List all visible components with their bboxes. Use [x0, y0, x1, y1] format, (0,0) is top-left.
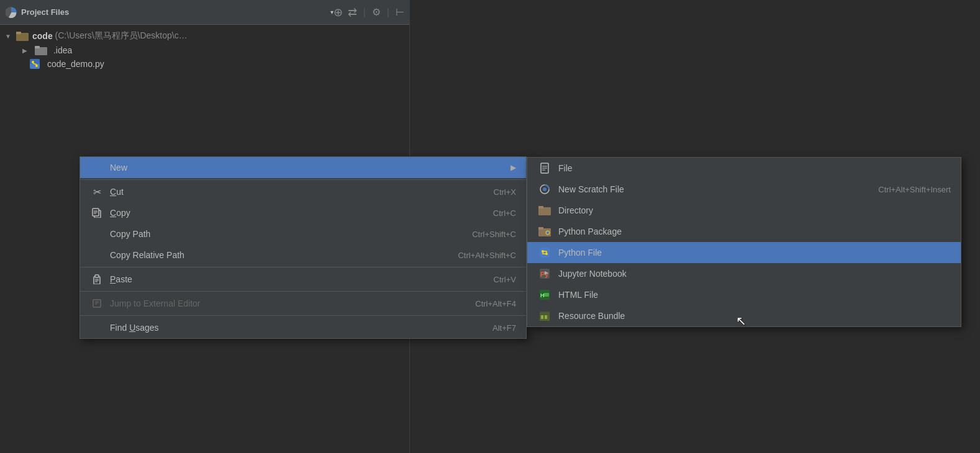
- jupyter-icon: Py ▸: [537, 268, 552, 279]
- jupyter-label: Jupyter Notebook: [558, 269, 951, 279]
- resource-bundle-icon: [537, 310, 552, 321]
- directory-icon: [537, 205, 552, 215]
- svg-point-7: [32, 61, 34, 63]
- settings-icon[interactable]: ⚙: [372, 6, 381, 18]
- tree-item-code-demo[interactable]: code_demo.py: [0, 57, 409, 71]
- svg-point-33: [546, 231, 550, 235]
- separator-3: [80, 291, 526, 292]
- project-icon: [5, 6, 17, 19]
- file-label: File: [558, 163, 951, 173]
- svg-point-35: [542, 250, 544, 253]
- tree-root-item[interactable]: ▼ code (C:\Users\黑马程序员\Desktop\c…: [0, 29, 409, 43]
- resource-bundle-label: Resource Bundle: [558, 311, 951, 321]
- new-scratch-file-label: New Scratch File: [558, 184, 878, 194]
- svg-text:H: H: [540, 292, 545, 298]
- python-file-submenu-icon: [537, 247, 552, 258]
- separator-2: [80, 267, 526, 267]
- svg-point-36: [545, 253, 548, 255]
- jump-external-shortcut: Ctrl+Alt+F4: [475, 299, 516, 308]
- root-folder-label: code: [32, 31, 53, 41]
- submenu: File New Scratch File Ctrl+Alt+Shift+Ins…: [527, 157, 961, 327]
- menu-item-find-usages[interactable]: Find Usages Alt+F7: [80, 317, 526, 338]
- menu-item-cut[interactable]: ✂ Cut Ctrl+X: [80, 181, 526, 202]
- tree-arrow-down: ▼: [5, 33, 15, 40]
- copy-shortcut: Ctrl+C: [493, 209, 516, 218]
- submenu-item-directory[interactable]: Directory: [527, 200, 961, 221]
- menu-item-new[interactable]: New ▶: [80, 157, 526, 178]
- jump-external-label: Jump to External Editor: [110, 298, 450, 308]
- project-title: Project Files: [21, 7, 328, 17]
- svg-text:▸: ▸: [545, 269, 549, 276]
- separator-line: |: [363, 7, 366, 18]
- header-actions: ⊕ ⇄ | ⚙ | ⊢: [333, 6, 404, 19]
- submenu-item-new-scratch-file[interactable]: New Scratch File Ctrl+Alt+Shift+Insert: [527, 179, 961, 200]
- copy-relative-path-label: Copy Relative Path: [110, 250, 433, 260]
- menu-item-copy-path[interactable]: Copy Path Ctrl+Shift+C: [80, 223, 526, 244]
- svg-rect-30: [538, 206, 543, 209]
- html-file-label: HTML File: [558, 290, 951, 300]
- svg-rect-4: [35, 46, 40, 48]
- html-file-icon: H: [537, 289, 552, 300]
- submenu-arrow: ▶: [510, 163, 516, 172]
- svg-rect-2: [16, 32, 21, 34]
- python-package-icon: [537, 226, 552, 236]
- find-usages-label: Find Usages: [110, 323, 468, 333]
- svg-rect-32: [538, 227, 543, 230]
- python-package-label: Python Package: [558, 226, 951, 236]
- paste-shortcut: Ctrl+V: [494, 275, 516, 284]
- python-file-label: Python File: [558, 248, 951, 258]
- cut-shortcut: Ctrl+X: [494, 187, 516, 197]
- context-menu: New ▶ ✂ Cut Ctrl+X Copy Ctrl+C Copy Path…: [79, 156, 527, 339]
- file-tree: ▼ code (C:\Users\黑马程序员\Desktop\c… ▶ .ide…: [0, 25, 409, 74]
- svg-rect-34: [540, 248, 550, 258]
- tree-item-idea[interactable]: ▶ .idea: [0, 43, 409, 57]
- project-header: Project Files ▾ ⊕ ⇄ | ⚙ | ⊢: [0, 0, 409, 25]
- separator-4: [80, 315, 526, 316]
- folder-icon-root: [16, 31, 29, 41]
- scope-icon[interactable]: ⊕: [333, 6, 343, 19]
- svg-point-8: [35, 65, 38, 67]
- submenu-item-resource-bundle[interactable]: Resource Bundle: [527, 305, 961, 326]
- svg-rect-44: [541, 315, 543, 319]
- jump-icon: [90, 298, 104, 308]
- scratch-icon: [537, 184, 552, 195]
- submenu-item-file[interactable]: File: [527, 158, 961, 179]
- svg-rect-15: [95, 275, 99, 277]
- submenu-item-python-file[interactable]: Python File: [527, 242, 961, 263]
- submenu-item-python-package[interactable]: Python Package: [527, 221, 961, 242]
- paste-icon: [90, 274, 104, 284]
- collapse-icon[interactable]: ⊢: [396, 6, 404, 18]
- submenu-item-jupyter[interactable]: Py ▸ Jupyter Notebook: [527, 263, 961, 284]
- copy-label: Copy: [110, 208, 468, 218]
- svg-rect-6: [30, 59, 40, 64]
- code-demo-label: code_demo.py: [45, 59, 104, 69]
- root-folder-path: (C:\Users\黑马程序员\Desktop\c…: [53, 30, 188, 42]
- svg-rect-42: [544, 293, 549, 297]
- copy-path-shortcut: Ctrl+Shift+C: [472, 230, 516, 239]
- svg-rect-19: [93, 300, 101, 307]
- separator-line2: |: [387, 7, 389, 18]
- python-file-icon: [29, 59, 41, 69]
- cut-icon: ✂: [90, 186, 104, 198]
- menu-item-copy[interactable]: Copy Ctrl+C: [80, 202, 526, 223]
- copy-relative-path-shortcut: Ctrl+Alt+Shift+C: [458, 251, 516, 260]
- directory-label: Directory: [558, 205, 951, 215]
- file-icon: [537, 163, 552, 174]
- menu-item-jump-external: Jump to External Editor Ctrl+Alt+F4: [80, 293, 526, 314]
- find-usages-shortcut: Alt+F7: [492, 323, 516, 333]
- copy-path-label: Copy Path: [110, 229, 447, 239]
- svg-rect-45: [545, 315, 547, 319]
- separator-1: [80, 179, 526, 180]
- copy-icon: [90, 208, 104, 218]
- svg-point-28: [543, 187, 547, 191]
- menu-item-paste[interactable]: Paste Ctrl+V: [80, 269, 526, 290]
- new-scratch-file-shortcut: Ctrl+Alt+Shift+Insert: [878, 185, 951, 194]
- svg-rect-46: [540, 312, 550, 315]
- menu-item-copy-relative-path[interactable]: Copy Relative Path Ctrl+Alt+Shift+C: [80, 244, 526, 266]
- folder-icon-idea: [35, 45, 47, 55]
- paste-label: Paste: [110, 274, 469, 284]
- submenu-item-html-file[interactable]: H HTML File: [527, 284, 961, 305]
- tree-arrow-idea: ▶: [22, 47, 32, 54]
- expand-icon[interactable]: ⇄: [348, 6, 357, 19]
- new-label: New: [110, 163, 506, 173]
